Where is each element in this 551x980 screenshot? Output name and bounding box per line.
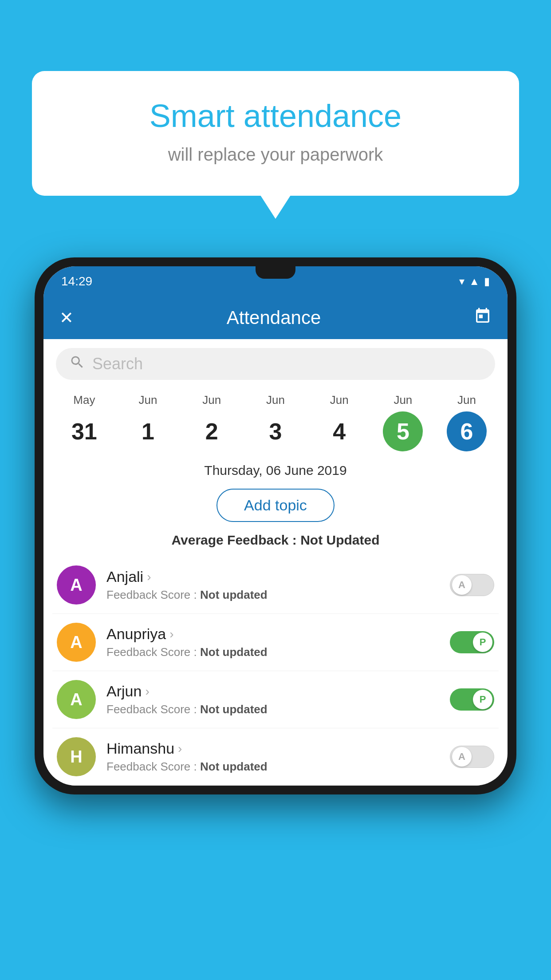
speech-bubble: Smart attendance will replace your paper… — [32, 71, 519, 196]
calendar-day[interactable]: May31 — [58, 393, 111, 451]
speech-bubble-title: Smart attendance — [67, 98, 484, 134]
app-title: Attendance — [227, 307, 321, 328]
cal-date-number[interactable]: 3 — [256, 411, 295, 451]
cal-month-label: Jun — [266, 393, 285, 407]
feedback-score: Feedback Score : Not updated — [106, 703, 439, 716]
student-item[interactable]: AAnupriya ›Feedback Score : Not updatedP — [52, 614, 499, 671]
cal-date-number[interactable]: 5 — [383, 411, 423, 451]
cal-month-label: Jun — [202, 393, 221, 407]
attendance-toggle[interactable]: A — [450, 746, 494, 768]
app-bar: ✕ Attendance — [43, 296, 508, 339]
speech-bubble-subtitle: will replace your paperwork — [67, 145, 484, 165]
student-item[interactable]: HHimanshu ›Feedback Score : Not updatedA — [52, 728, 499, 786]
status-icons: ▾ ▲ ▮ — [459, 275, 490, 288]
student-info: Himanshu ›Feedback Score : Not updated — [106, 740, 439, 774]
feedback-score: Feedback Score : Not updated — [106, 588, 439, 602]
calendar-day[interactable]: Jun3 — [249, 393, 302, 451]
chevron-icon: › — [178, 742, 182, 756]
toggle-knob: A — [452, 575, 472, 595]
toggle-knob: P — [473, 690, 492, 709]
calendar-day[interactable]: Jun5 — [376, 393, 429, 451]
avatar: A — [57, 680, 96, 719]
feedback-score: Feedback Score : Not updated — [106, 760, 439, 774]
search-input[interactable]: Search — [92, 355, 143, 373]
chevron-icon: › — [169, 627, 173, 641]
student-list: AAnjali ›Feedback Score : Not updatedAAA… — [43, 557, 508, 786]
avg-feedback-value: Not Updated — [300, 533, 379, 547]
cal-month-label: Jun — [330, 393, 349, 407]
student-info: Anupriya ›Feedback Score : Not updated — [106, 625, 439, 659]
student-info: Arjun ›Feedback Score : Not updated — [106, 683, 439, 716]
cal-date-number[interactable]: 31 — [64, 411, 104, 451]
phone-notch — [256, 266, 295, 279]
selected-date: Thursday, 06 June 2019 — [43, 456, 508, 482]
avatar: A — [57, 623, 96, 662]
phone-wrapper: 14:29 ▾ ▲ ▮ ✕ Attendance — [35, 257, 516, 794]
close-icon[interactable]: ✕ — [59, 308, 74, 328]
toggle-knob: P — [473, 632, 492, 652]
calendar-day[interactable]: Jun2 — [185, 393, 238, 451]
cal-month-label: Jun — [457, 393, 476, 407]
avatar: A — [57, 565, 96, 605]
student-name: Anupriya › — [106, 625, 439, 643]
calendar-icon[interactable] — [474, 307, 492, 329]
avg-feedback-label: Average Feedback : — [171, 533, 296, 547]
student-name: Anjali › — [106, 568, 439, 585]
battery-icon: ▮ — [484, 275, 490, 288]
cal-month-label: Jun — [394, 393, 412, 407]
search-icon — [69, 354, 85, 374]
cal-date-number[interactable]: 4 — [319, 411, 359, 451]
avatar: H — [57, 737, 96, 776]
cal-date-number[interactable]: 1 — [128, 411, 168, 451]
wifi-icon: ▾ — [459, 275, 464, 288]
attendance-toggle[interactable]: A — [450, 574, 494, 596]
avg-feedback: Average Feedback : Not Updated — [43, 528, 508, 557]
add-topic-label: Add topic — [244, 497, 307, 514]
calendar-strip: May31Jun1Jun2Jun3Jun4Jun5Jun6 — [43, 380, 508, 456]
cal-date-number[interactable]: 2 — [192, 411, 232, 451]
student-item[interactable]: AAnjali ›Feedback Score : Not updatedA — [52, 557, 499, 614]
attendance-toggle[interactable]: P — [450, 631, 494, 653]
search-bar[interactable]: Search — [56, 348, 495, 380]
student-name: Arjun › — [106, 683, 439, 700]
chevron-icon: › — [145, 684, 149, 699]
student-info: Anjali ›Feedback Score : Not updated — [106, 568, 439, 602]
phone-screen: 14:29 ▾ ▲ ▮ ✕ Attendance — [43, 266, 508, 786]
add-topic-button[interactable]: Add topic — [216, 489, 335, 522]
calendar-day[interactable]: Jun4 — [313, 393, 366, 451]
phone-frame: 14:29 ▾ ▲ ▮ ✕ Attendance — [35, 257, 516, 794]
student-name: Himanshu › — [106, 740, 439, 757]
attendance-toggle[interactable]: P — [450, 688, 494, 711]
status-time: 14:29 — [61, 274, 92, 288]
feedback-score: Feedback Score : Not updated — [106, 645, 439, 659]
cal-month-label: Jun — [139, 393, 157, 407]
cal-date-number[interactable]: 6 — [447, 411, 487, 451]
cal-month-label: May — [73, 393, 95, 407]
student-item[interactable]: AArjun ›Feedback Score : Not updatedP — [52, 671, 499, 728]
chevron-icon: › — [147, 570, 151, 584]
calendar-day[interactable]: Jun1 — [122, 393, 175, 451]
speech-bubble-wrapper: Smart attendance will replace your paper… — [32, 71, 519, 196]
signal-icon: ▲ — [469, 275, 480, 288]
toggle-knob: A — [452, 747, 472, 767]
calendar-day[interactable]: Jun6 — [440, 393, 493, 451]
